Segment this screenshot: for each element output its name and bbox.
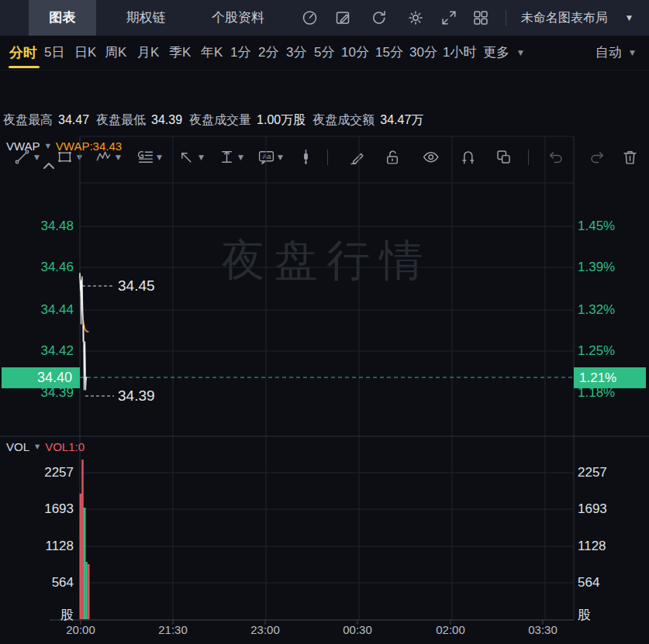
chevron-down-icon[interactable]: ▼ [35,443,40,450]
volume-bar [88,564,90,619]
percent-axis-label: 1.25% [578,343,646,359]
percent-axis-label: 1.32% [578,302,646,318]
time-axis-label: 03:30 [518,623,568,636]
price-axis-label: 34.46 [0,260,74,275]
time-axis-label: 00:30 [333,623,382,636]
low-annotation-label: 34.39 [118,387,155,405]
volume-indicator-legend: VOL ▼ VOL1:0 [6,440,85,453]
current-price-tag: 34.40 [2,367,80,388]
indicator-name[interactable]: VWAP [6,139,40,153]
chart-canvas[interactable] [0,0,649,644]
price-axis-label: 34.48 [0,219,74,234]
percent-axis-label: 1.39% [578,260,646,275]
volume-axis-label: 1693 [0,501,74,517]
vol-value: VOL1:0 [45,440,85,453]
volume-axis-label: 564 [0,575,74,591]
volume-axis-label: 1128 [578,539,646,554]
volume-unit-label: 股 [0,608,74,623]
high-annotation-label: 34.45 [118,277,155,295]
main-indicator-legend: VWAP ▼ VWAP:34.43 [6,139,122,153]
chevron-up-icon[interactable] [40,160,57,172]
volume-bar [84,508,86,619]
time-axis-label: 21:30 [148,623,198,636]
time-axis-label: 23:00 [240,623,290,636]
trading-chart-window: 图表 期权链 个股资料 未命名图表布局 ▼ 分时 5日 日K 周K 月K 季K [0,0,649,644]
time-axis-label: 20:00 [56,623,105,636]
current-percent-tag: 1.21% [574,367,646,388]
price-axis-label: 34.42 [0,343,74,359]
volume-axis-label: 1128 [0,539,74,554]
vwap-value: VWAP:34.43 [56,139,122,153]
volume-bar [80,494,82,619]
volume-axis-label: 2257 [0,465,74,480]
price-axis-label: 34.44 [0,302,74,318]
chevron-down-icon[interactable]: ▼ [46,143,50,150]
percent-axis-label: 1.45% [578,219,646,234]
time-axis-label: 02:00 [426,623,475,636]
indicator-name[interactable]: VOL [6,440,29,453]
volume-bar [85,562,88,619]
volume-unit-label: 股 [578,608,646,623]
volume-axis-label: 564 [578,575,646,591]
volume-axis-label: 2257 [578,465,646,480]
volume-axis-label: 1693 [578,501,646,517]
volume-bar [81,460,84,619]
